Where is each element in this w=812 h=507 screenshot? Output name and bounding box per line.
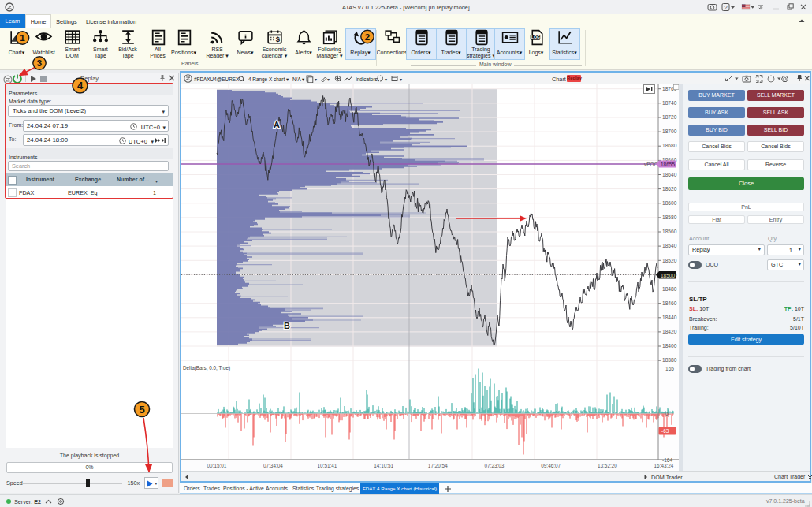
svg-text:17:20:54: 17:20:54 <box>428 463 448 468</box>
svg-text:18460: 18460 <box>662 300 677 306</box>
svg-text:18560: 18560 <box>662 229 677 234</box>
svg-text:18655: 18655 <box>661 162 675 167</box>
svg-text:vPOC: vPOC <box>644 162 657 167</box>
svg-text:▾: ▾ <box>327 77 330 82</box>
svg-text:165: 165 <box>665 366 674 371</box>
svg-text:?: ? <box>724 4 728 11</box>
svg-text:▾: ▾ <box>400 77 402 82</box>
svg-text:LOG: LOG <box>531 35 539 39</box>
svg-text:18440: 18440 <box>662 315 677 320</box>
svg-text:10:51:41: 10:51:41 <box>318 463 337 468</box>
svg-text:18420: 18420 <box>662 329 677 334</box>
svg-text:18720: 18720 <box>662 114 677 120</box>
svg-text:18700: 18700 <box>662 129 677 134</box>
svg-text:$: $ <box>275 35 280 43</box>
svg-text:A: A <box>274 120 280 129</box>
svg-text:18400: 18400 <box>662 343 677 349</box>
svg-text:14:10:51: 14:10:51 <box>374 463 393 468</box>
svg-text:18500: 18500 <box>661 273 675 278</box>
svg-text:07:23:03: 07:23:03 <box>485 463 505 468</box>
svg-text:09:46:07: 09:46:07 <box>541 463 561 468</box>
svg-text:07:34:04: 07:34:04 <box>263 463 283 468</box>
svg-text:-164: -164 <box>662 457 673 463</box>
svg-text:18680: 18680 <box>662 143 677 148</box>
svg-text:13:52:20: 13:52:20 <box>598 463 617 468</box>
svg-text:▾: ▾ <box>315 77 317 82</box>
svg-text:18520: 18520 <box>662 258 677 263</box>
svg-text:18740: 18740 <box>662 100 677 106</box>
svg-text:B: B <box>284 321 290 330</box>
svg-text:18620: 18620 <box>662 186 677 192</box>
svg-text:18600: 18600 <box>662 200 677 206</box>
svg-text:Delta(Bars, 0.0, True): Delta(Bars, 0.0, True) <box>183 365 230 371</box>
svg-text:▾: ▾ <box>385 77 387 82</box>
svg-text:18580: 18580 <box>662 214 677 220</box>
svg-text:16:43:24: 16:43:24 <box>654 463 674 468</box>
svg-text:18380: 18380 <box>662 357 677 363</box>
svg-text:18540: 18540 <box>662 243 677 248</box>
svg-text:18480: 18480 <box>662 286 677 292</box>
svg-text:00:15:01: 00:15:01 <box>207 463 227 468</box>
svg-text:18640: 18640 <box>662 172 677 177</box>
svg-text:-63: -63 <box>661 428 669 434</box>
svg-text:0: 0 <box>665 411 669 416</box>
